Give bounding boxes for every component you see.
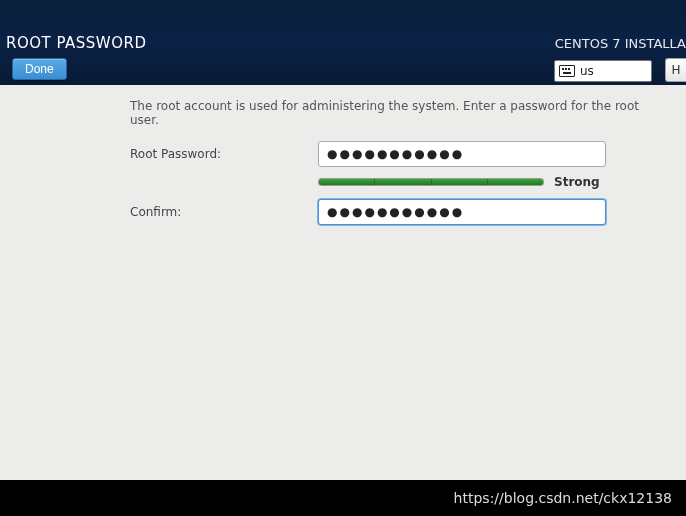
page-title: ROOT PASSWORD xyxy=(6,34,146,52)
root-password-input[interactable] xyxy=(318,141,606,167)
keyboard-layout-selector[interactable]: us xyxy=(554,60,652,82)
password-strength-meter xyxy=(318,178,544,186)
confirm-password-label: Confirm: xyxy=(130,205,318,219)
root-password-label: Root Password: xyxy=(130,147,318,161)
keyboard-layout-label: us xyxy=(580,64,594,78)
instruction-text: The root account is used for administeri… xyxy=(130,99,662,127)
password-strength-label: Strong xyxy=(554,175,600,189)
done-button[interactable]: Done xyxy=(12,58,67,80)
confirm-password-input[interactable] xyxy=(318,199,606,225)
help-button[interactable]: H xyxy=(665,58,686,82)
watermark-text: https://blog.csdn.net/ckx12138 xyxy=(0,480,686,516)
keyboard-icon xyxy=(559,65,575,77)
installer-subtitle: CENTOS 7 INSTALLA xyxy=(555,36,686,51)
